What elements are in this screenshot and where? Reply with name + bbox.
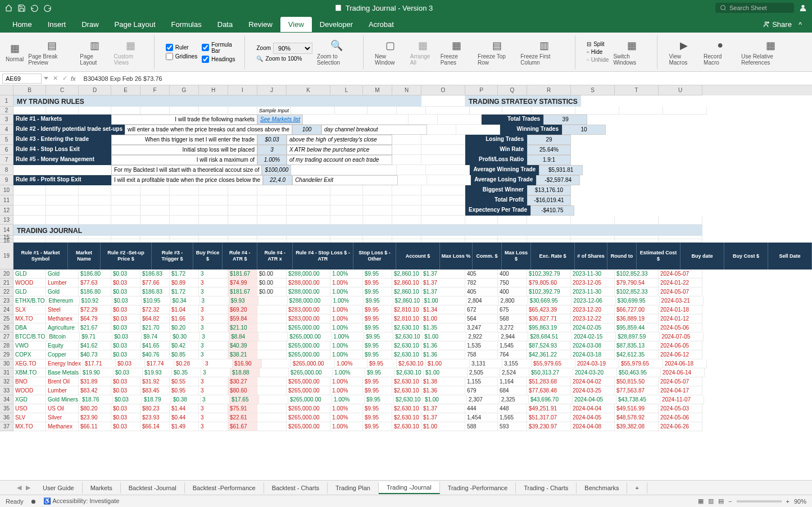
journal-cell[interactable]: 3 xyxy=(203,359,233,368)
journal-cell[interactable]: 1.00% xyxy=(333,368,365,377)
tab-view[interactable]: View xyxy=(280,17,312,32)
journal-cell[interactable]: $2,630.10 xyxy=(392,377,421,386)
journal-cell[interactable]: BTCC/B.TO xyxy=(13,332,47,341)
journal-cell[interactable]: $102,392.79 xyxy=(527,287,571,296)
journal-cell[interactable]: $2,630.10 xyxy=(392,413,421,422)
row-header[interactable]: 9 xyxy=(0,175,13,185)
journal-cell[interactable]: $0.03 xyxy=(111,314,140,323)
journal-cell[interactable]: 758 xyxy=(465,350,498,359)
journal-cell[interactable]: 2024-03-25 xyxy=(571,386,615,395)
journal-cell[interactable]: $0.03 xyxy=(111,305,140,314)
journal-cell[interactable]: $16.90 xyxy=(233,359,262,368)
journal-cell[interactable]: $9.95 xyxy=(363,270,392,278)
journal-cell[interactable]: 3 xyxy=(199,341,228,350)
journal-cell[interactable]: 3 xyxy=(199,270,228,278)
journal-cell[interactable]: $9.95 xyxy=(363,413,392,422)
journal-cell[interactable]: $265,000.00 xyxy=(287,413,330,422)
journal-cell[interactable]: 679 xyxy=(465,386,498,395)
sheet-tab[interactable]: Trading -Journal xyxy=(379,482,440,493)
journal-cell[interactable]: $0.03 xyxy=(111,404,140,413)
journal-cell[interactable]: $1.37 xyxy=(421,278,465,287)
journal-cell[interactable]: $0.03 xyxy=(111,287,140,296)
page-break-button[interactable]: ▤Page Break Preview xyxy=(28,39,75,66)
journal-cell[interactable]: $36,889.19 xyxy=(615,314,659,323)
journal-cell[interactable]: $1.36 xyxy=(421,350,465,359)
journal-cell[interactable]: SLX xyxy=(13,305,46,314)
journal-cell[interactable]: $0.20 xyxy=(170,323,199,332)
journal-cell[interactable]: $30,699.95 xyxy=(616,296,660,305)
journal-cell[interactable]: $1.37 xyxy=(421,287,465,296)
row-header[interactable]: 33 xyxy=(0,386,13,395)
journal-cell[interactable]: $2,810.10 xyxy=(392,314,421,323)
journal-cell[interactable]: $1.00 xyxy=(424,368,468,377)
journal-cell[interactable]: $19.90 xyxy=(81,368,114,377)
journal-cell[interactable]: $9.95 xyxy=(363,377,392,386)
formula-input[interactable]: B304308 Exp Feb 26 $73.76 xyxy=(79,74,810,83)
name-box-dropdown-icon[interactable] xyxy=(44,77,48,80)
row-header[interactable]: 36 xyxy=(0,413,13,422)
journal-cell[interactable]: $1.38 xyxy=(421,377,465,386)
journal-cell[interactable]: $77.66 xyxy=(140,278,170,287)
journal-cell[interactable]: 3,155 xyxy=(502,359,532,368)
journal-cell[interactable]: 1.00% xyxy=(330,270,363,278)
journal-col-header[interactable]: # of Shares xyxy=(575,243,607,270)
row-header[interactable]: 26 xyxy=(0,323,13,332)
journal-cell[interactable]: $265,000.00 xyxy=(287,404,330,413)
col-header[interactable]: R xyxy=(527,85,571,95)
row-header[interactable]: 25 xyxy=(0,314,13,323)
journal-cell[interactable]: $59.84 xyxy=(228,314,257,323)
journal-cell[interactable]: $1.35 xyxy=(421,323,465,332)
journal-cell[interactable]: 2,804 xyxy=(466,296,499,305)
cancel-icon[interactable]: ✕ xyxy=(53,75,58,82)
journal-cell[interactable]: 2024-06-18 xyxy=(663,359,707,368)
journal-cell[interactable]: 675 xyxy=(498,305,527,314)
journal-cell[interactable] xyxy=(257,377,287,386)
journal-cell[interactable]: $265,000.00 xyxy=(289,368,333,377)
user-icon[interactable] xyxy=(799,3,808,12)
journal-cell[interactable]: $19.93 xyxy=(143,368,172,377)
journal-cell[interactable]: 405 xyxy=(465,270,498,278)
tab-data[interactable]: Data xyxy=(210,17,241,32)
journal-cell[interactable]: 3 xyxy=(199,422,228,431)
journal-cell[interactable]: 2,505 xyxy=(468,368,500,377)
col-header[interactable]: C xyxy=(46,85,79,95)
journal-cell[interactable]: $1.00 xyxy=(421,422,465,431)
journal-cell[interactable]: $1.37 xyxy=(421,404,465,413)
row-header[interactable]: 20 xyxy=(0,270,13,278)
journal-col-header[interactable]: Rule #2 -Set-up Price $ xyxy=(101,243,152,270)
journal-cell[interactable]: $83.42 xyxy=(79,386,111,395)
journal-cell[interactable]: $55,979.65 xyxy=(619,359,663,368)
journal-cell[interactable]: $288,000.00 xyxy=(287,270,330,278)
new-window-button[interactable]: ▢New Window xyxy=(375,39,406,66)
tab-nav-first-icon[interactable]: ◀ xyxy=(17,484,21,491)
journal-col-header[interactable]: Estimated Cost $ xyxy=(637,243,681,270)
journal-cell[interactable]: 2024-04-04 xyxy=(571,404,615,413)
add-sheet-button[interactable]: + xyxy=(627,482,647,493)
journal-cell[interactable]: $77,563.87 xyxy=(615,386,659,395)
col-header[interactable]: Q xyxy=(498,85,527,95)
journal-cell[interactable]: Ethereum xyxy=(47,296,80,305)
tab-developer[interactable]: Developer xyxy=(312,17,361,32)
journal-cell[interactable]: $43,696.70 xyxy=(529,395,573,404)
row-header[interactable]: 13 xyxy=(0,216,13,225)
journal-cell[interactable]: $61.67 xyxy=(228,422,257,431)
journal-cell[interactable]: $283,000.00 xyxy=(287,305,330,314)
journal-cell[interactable]: $0.03 xyxy=(111,413,140,422)
journal-cell[interactable]: $9.93 xyxy=(229,296,258,305)
journal-cell[interactable]: $1.00 xyxy=(421,314,465,323)
freeze-top-button[interactable]: ▤Freeze Top Row xyxy=(478,39,516,66)
journal-cell[interactable]: $50,313.27 xyxy=(529,368,573,377)
arrange-all-button[interactable]: ▦Arrange All xyxy=(410,39,436,66)
journal-col-header[interactable]: Sell Date xyxy=(768,243,812,270)
journal-cell[interactable] xyxy=(257,422,287,431)
switch-windows-button[interactable]: ▦Switch Windows xyxy=(613,39,650,66)
journal-col-header[interactable]: Buy date xyxy=(681,243,724,270)
journal-cell[interactable]: VWO xyxy=(13,341,46,350)
journal-cell[interactable]: $0.03 xyxy=(111,386,140,395)
row-header[interactable]: 4 xyxy=(0,125,13,135)
redo-icon[interactable] xyxy=(43,4,52,12)
journal-cell[interactable]: 1.00% xyxy=(330,404,363,413)
journal-cell[interactable]: $0.35 xyxy=(172,368,201,377)
journal-cell[interactable]: $9.95 xyxy=(364,332,393,341)
journal-cell[interactable]: 1.00% xyxy=(332,332,364,341)
